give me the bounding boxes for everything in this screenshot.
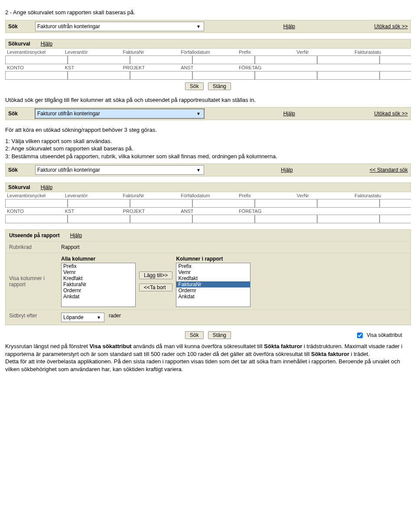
col-head: PROJEKT: [121, 64, 179, 71]
list-item[interactable]: Kredfakt: [176, 275, 250, 281]
rapport-value: Rapport: [61, 244, 80, 250]
col-head: Leverantör: [63, 192, 121, 199]
filter-input[interactable]: [68, 71, 130, 80]
utokad-link-2[interactable]: Utökad sök >>: [374, 111, 408, 117]
filter-input[interactable]: [130, 199, 192, 208]
filter-input[interactable]: [5, 71, 68, 80]
list-item[interactable]: FakturaNr: [176, 281, 250, 287]
col-head: FakturaNr: [121, 192, 179, 199]
utokad-link-1[interactable]: Utökad sök >>: [374, 23, 408, 29]
filter-input[interactable]: [130, 55, 192, 64]
sok-select-3[interactable]: Fakturor utifrån konteringar ▾: [35, 165, 204, 175]
i-rapport-list[interactable]: Prefix Vernr Kredfakt FakturaNr Ordernr …: [176, 263, 250, 307]
col-head: Förfallodatum: [179, 49, 237, 55]
filter-input[interactable]: [192, 199, 255, 208]
list-item[interactable]: Prefix: [62, 263, 135, 269]
list-item[interactable]: Vernr: [176, 269, 250, 275]
list-item[interactable]: Ordernr: [62, 287, 135, 294]
filter-input[interactable]: [68, 199, 130, 208]
list-item[interactable]: Prefix: [176, 263, 250, 269]
sok-bar-2: Sök Fakturor utifrån konteringar ▾ Hjälp…: [5, 107, 411, 120]
filter-input[interactable]: [68, 55, 130, 64]
sok-button-2[interactable]: Sök: [185, 331, 204, 339]
visa-sokattribut-checkbox[interactable]: [357, 333, 363, 338]
filter-input[interactable]: [130, 71, 192, 80]
list-item[interactable]: FakturaNr: [62, 281, 135, 287]
col-head: KST: [63, 64, 121, 71]
chevron-down-icon: ▾: [195, 111, 202, 117]
filter-input[interactable]: [317, 55, 380, 64]
utseende-help[interactable]: Hjälp: [70, 232, 82, 238]
filter-input[interactable]: [192, 71, 255, 80]
sokurval-block-2: Sökurval Hjälp Leverantörsnyckel Leveran…: [5, 183, 411, 223]
filter-input[interactable]: [255, 215, 317, 223]
sokurval-help-1[interactable]: Hjälp: [41, 41, 52, 47]
filter-input[interactable]: [5, 215, 68, 223]
list-item[interactable]: Ankdat: [62, 294, 135, 300]
filter-input[interactable]: [380, 71, 411, 80]
sidbryt-select[interactable]: Löpande ▾: [61, 313, 104, 322]
sok-select-2[interactable]: Fakturor utifrån konteringar ▾: [35, 109, 204, 118]
alla-kolumner-list[interactable]: Prefix Vernr Kredfakt FakturaNr Ordernr …: [61, 263, 136, 307]
help-link-1[interactable]: Hjälp: [283, 23, 295, 29]
ta-bort-button[interactable]: <<Ta bort: [139, 284, 172, 291]
col-head: KONTO: [5, 64, 63, 71]
sokurval-header-1: Sökurval Hjälp: [5, 39, 411, 49]
list-item[interactable]: Ordernr: [176, 287, 250, 294]
list-item[interactable]: Ankdat: [176, 294, 250, 300]
sokurval-inputs-2a: [5, 199, 411, 208]
col-head: KONTO: [5, 208, 63, 215]
list-item[interactable]: Vernr: [62, 269, 135, 275]
filter-input[interactable]: [5, 199, 68, 208]
filter-input[interactable]: [380, 215, 411, 223]
col-head: Leverantörsnyckel: [5, 49, 63, 55]
p5d: i trädet.: [349, 351, 370, 357]
filter-input[interactable]: [130, 215, 192, 223]
help-link-2[interactable]: Hjälp: [283, 111, 295, 117]
col-head: Fakturastatu: [353, 49, 411, 55]
col-head: FÖRETAG: [237, 64, 295, 71]
filter-input[interactable]: [255, 199, 317, 208]
sok-label-2: Sök: [8, 111, 32, 117]
filter-input[interactable]: [317, 71, 380, 80]
filter-input[interactable]: [255, 71, 317, 80]
filter-input[interactable]: [192, 215, 255, 223]
filter-input[interactable]: [317, 199, 380, 208]
stang-button-2[interactable]: Stäng: [208, 331, 231, 339]
lagg-till-button[interactable]: Lägg till>>: [139, 271, 172, 279]
sok-select-1[interactable]: Fakturor utifrån konteringar ▾: [35, 22, 204, 31]
p2: Utökad sök ger tillgång till fler kolumn…: [5, 96, 411, 104]
filter-input[interactable]: [255, 55, 317, 64]
col-head: Leverantör: [63, 49, 121, 55]
p5b: används då man vill kunna överföra sökre…: [132, 343, 264, 349]
i-rapport-title: Kolumner i rapport: [176, 256, 250, 262]
filter-input[interactable]: [68, 215, 130, 223]
utseende-header: Utseende på rapport Hjälp: [6, 230, 410, 241]
sidbryt-value: Löpande: [63, 314, 84, 320]
filter-input[interactable]: [380, 199, 411, 208]
help-link-3[interactable]: Hjälp: [281, 167, 292, 173]
col-head: [353, 64, 411, 71]
filter-input[interactable]: [5, 55, 68, 64]
filter-input[interactable]: [317, 215, 380, 223]
col-head: ANST: [179, 64, 237, 71]
col-head: ANST: [179, 208, 237, 215]
chevron-down-icon: ▾: [195, 23, 202, 29]
filter-input[interactable]: [380, 55, 411, 64]
bold-visa: Visa sökattribut: [89, 343, 131, 349]
sokurval-block-1: Sökurval Hjälp Leverantörsnyckel Leveran…: [5, 39, 411, 90]
utseende-title: Utseende på rapport: [9, 232, 60, 238]
kolumner-row: Visa kolumner i rapport Alla kolumner Pr…: [6, 253, 410, 310]
list-item[interactable]: Kredfakt: [62, 275, 135, 281]
p5e: Detta för att inte överbelasta applikati…: [5, 358, 400, 372]
visa-kolumner-label: Visa kolumner i rapport: [9, 275, 57, 287]
sokurval-help-2[interactable]: Hjälp: [41, 184, 52, 190]
stang-button-1[interactable]: Stäng: [208, 82, 231, 90]
col-head: PROJEKT: [121, 208, 179, 215]
sokurval-label-2: Sökurval: [8, 184, 30, 190]
utseende-panel: Utseende på rapport Hjälp Rubrikrad Rapp…: [5, 229, 411, 325]
btn-row-1: Sök Stäng: [5, 82, 411, 90]
filter-input[interactable]: [192, 55, 255, 64]
standard-link[interactable]: << Standard sök: [370, 167, 408, 173]
sok-button-1[interactable]: Sök: [185, 82, 204, 90]
